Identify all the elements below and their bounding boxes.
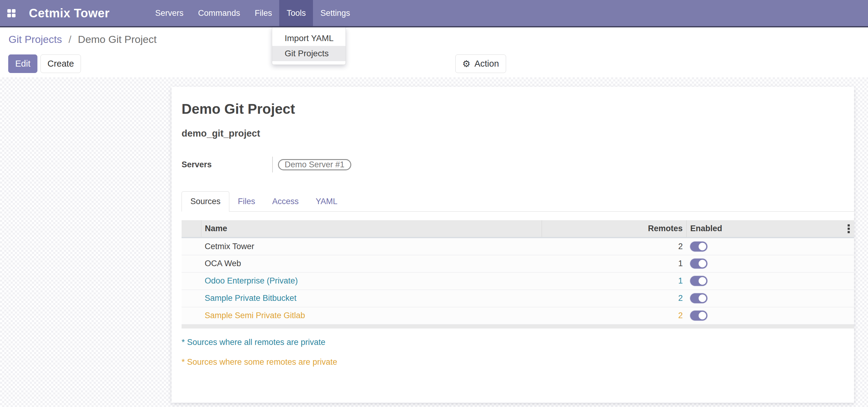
servers-field-label: Servers [182,160,272,169]
row-handle-cell [182,272,201,290]
legend-note: * Sources where some remotes are private [182,357,854,367]
row-enabled-cell [686,307,854,324]
enabled-toggle[interactable] [690,258,707,269]
breadcrumb-parent-link[interactable]: Git Projects [8,33,62,45]
menu-item-label: Git Projects [285,49,329,58]
enabled-toggle[interactable] [690,293,707,303]
menu-item-import-yaml[interactable]: Import YAML [272,31,345,46]
app-title[interactable]: Cetmix Tower [29,0,110,26]
tab-files[interactable]: Files [229,191,264,211]
sources-table-body: Cetmix Tower 2 OCA Web 1 Odoo Enterprise… [182,238,854,324]
legend-note: * Sources where all remotes are private [182,338,854,347]
navbar-item-label: Commands [198,8,240,18]
optional-columns-icon[interactable] [848,224,850,233]
row-name-cell: Sample Private Bitbucket [201,290,542,307]
tab-label: Files [238,197,255,206]
horizontal-scrollbar[interactable] [182,324,854,328]
navbar-item-servers[interactable]: Servers [148,0,191,26]
enabled-column-header[interactable]: Enabled [686,220,854,238]
row-handle-cell [182,238,201,255]
field-separator [272,157,273,173]
table-row[interactable]: Cetmix Tower 2 [182,238,854,255]
sources-table: Name Remotes Enabled Cetmix Tower 2 OCA … [182,220,854,328]
breadcrumb-separator: / [68,33,71,45]
top-navbar: Cetmix Tower ServersCommandsFilesToolsSe… [0,0,868,27]
row-enabled-cell [686,272,854,290]
table-row[interactable]: Sample Semi Private Gitlab 2 [182,307,854,324]
tab-yaml[interactable]: YAML [307,191,346,211]
row-enabled-cell [686,290,854,307]
navbar-item-label: Tools [286,8,306,18]
server-tag[interactable]: Demo Server #1 [278,159,351,170]
gear-icon: ⚙ [462,59,470,68]
menu-item-git-projects[interactable]: Git Projects [272,46,345,61]
navbar-item-tools[interactable]: Tools [279,0,313,26]
notebook-tabs: SourcesFilesAccessYAML [182,191,854,212]
row-remotes-cell: 1 [542,255,686,272]
action-button-label: Action [474,59,499,69]
table-row[interactable]: Odoo Enterprise (Private) 1 [182,272,854,290]
row-remotes-cell: 2 [542,238,686,255]
row-name-cell: Cetmix Tower [201,238,542,255]
breadcrumb-current: Demo Git Project [78,33,157,45]
row-handle-cell [182,255,201,272]
record-reference: demo_git_project [182,128,854,139]
navbar-item-label: Servers [155,8,183,18]
tab-label: Sources [190,197,220,206]
toggle-knob [699,277,706,285]
servers-field-row: Servers Demo Server #1 [182,157,854,173]
breadcrumb: Git Projects / Demo Git Project [8,33,157,45]
navbar-item-settings[interactable]: Settings [313,0,358,26]
toggle-knob [699,260,706,268]
form-sheet: Demo Git Project demo_git_project Server… [172,87,854,403]
apps-menu-button[interactable] [0,0,16,26]
row-name-cell: OCA Web [201,255,542,272]
name-column-header[interactable]: Name [201,220,542,238]
row-handle-cell [182,307,201,324]
tab-label: YAML [316,197,338,206]
toggle-knob [699,294,706,302]
navbar-menu: ServersCommandsFilesToolsSettings [148,0,358,26]
tools-dropdown: Import YAMLGit Projects [272,27,346,65]
handle-column-header[interactable] [182,220,201,238]
enabled-toggle[interactable] [690,311,707,321]
table-row[interactable]: OCA Web 1 [182,255,854,272]
apps-grid-icon [7,9,16,17]
legend: * Sources where all remotes are private*… [182,338,854,367]
record-title: Demo Git Project [182,101,854,117]
table-row[interactable]: Sample Private Bitbucket 2 [182,290,854,307]
navbar-item-label: Settings [320,8,350,18]
toggle-knob [699,312,706,319]
row-enabled-cell [686,255,854,272]
toggle-knob [699,243,706,250]
navbar-item-files[interactable]: Files [247,0,279,26]
control-panel: Git Projects / Demo Git Project Edit Cre… [0,29,868,77]
table-header-row: Name Remotes Enabled [182,220,854,238]
menu-item-label: Import YAML [285,33,334,43]
row-handle-cell [182,290,201,307]
row-enabled-cell [686,238,854,255]
tab-sources[interactable]: Sources [182,191,229,212]
row-remotes-cell: 1 [542,272,686,290]
edit-button[interactable]: Edit [8,55,37,73]
navbar-item-commands[interactable]: Commands [191,0,247,26]
enabled-toggle[interactable] [690,242,707,252]
create-button[interactable]: Create [40,55,81,73]
control-panel-buttons: Edit Create [8,55,81,73]
enabled-toggle[interactable] [690,276,707,286]
row-name-cell: Odoo Enterprise (Private) [201,272,542,290]
row-remotes-cell: 2 [542,307,686,324]
tab-access[interactable]: Access [264,191,307,211]
row-remotes-cell: 2 [542,290,686,307]
action-button[interactable]: ⚙ Action [455,55,506,73]
row-name-cell: Sample Semi Private Gitlab [201,307,542,324]
remotes-column-header[interactable]: Remotes [542,220,686,238]
navbar-item-label: Files [254,8,272,18]
tab-label: Access [272,197,299,206]
